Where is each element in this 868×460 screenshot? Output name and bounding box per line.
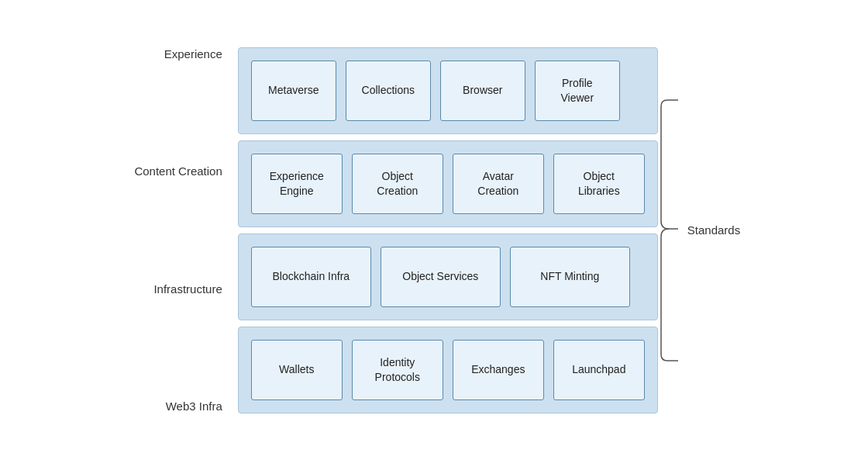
layer-row-content-creation: ExperienceEngineObjectCreationAvatarCrea… bbox=[238, 140, 658, 227]
item-box-infrastructure-0: Blockchain Infra bbox=[251, 247, 371, 307]
item-box-experience-2: Browser bbox=[440, 61, 525, 121]
layer-label-experience: Experience bbox=[128, 47, 229, 61]
item-box-content-creation-1: ObjectCreation bbox=[352, 154, 443, 214]
diagram-wrapper: ExperienceContent CreationInfrastructure… bbox=[128, 47, 740, 413]
item-box-experience-1: Collections bbox=[346, 61, 431, 121]
labels-column: ExperienceContent CreationInfrastructure… bbox=[128, 47, 229, 413]
item-box-content-creation-3: ObjectLibraries bbox=[553, 154, 645, 214]
layer-label-infrastructure: Infrastructure bbox=[128, 282, 229, 296]
layer-row-infrastructure: Blockchain InfraObject ServicesNFT Minti… bbox=[238, 233, 658, 320]
standards-label: Standards bbox=[687, 223, 740, 237]
layer-row-experience: MetaverseCollectionsBrowserProfileViewer bbox=[238, 47, 658, 134]
item-box-web3-infra-0: Wallets bbox=[251, 340, 343, 400]
item-box-infrastructure-1: Object Services bbox=[381, 247, 501, 307]
item-box-content-creation-2: AvatarCreation bbox=[453, 154, 544, 214]
standards-wrapper: Standards bbox=[658, 99, 740, 362]
layers-section: ExperienceContent CreationInfrastructure… bbox=[128, 47, 658, 413]
layers-column: MetaverseCollectionsBrowserProfileViewer… bbox=[238, 47, 658, 413]
layer-label-web3-infra: Web3 Infra bbox=[128, 399, 229, 413]
item-box-experience-0: Metaverse bbox=[251, 61, 336, 121]
item-box-content-creation-0: ExperienceEngine bbox=[251, 154, 343, 214]
layer-label-content-creation: Content Creation bbox=[128, 164, 229, 178]
item-box-infrastructure-2: NFT Minting bbox=[510, 247, 630, 307]
item-box-experience-3: ProfileViewer bbox=[535, 61, 620, 121]
item-box-web3-infra-2: Exchanges bbox=[453, 340, 544, 400]
layer-row-web3-infra: WalletsIdentityProtocolsExchangesLaunchp… bbox=[238, 327, 658, 413]
item-box-web3-infra-1: IdentityProtocols bbox=[352, 340, 443, 400]
item-box-web3-infra-3: Launchpad bbox=[553, 340, 645, 400]
brace-icon bbox=[658, 99, 681, 362]
